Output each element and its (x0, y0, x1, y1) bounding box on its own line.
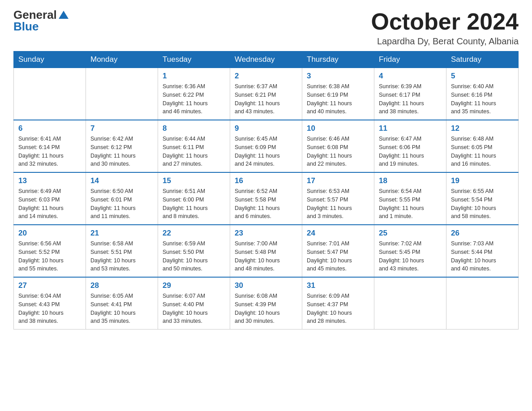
calendar-cell: 28Sunrise: 6:05 AM Sunset: 4:41 PM Dayli… (86, 277, 158, 330)
day-info: Sunrise: 6:39 AM Sunset: 6:17 PM Dayligh… (379, 82, 442, 116)
calendar-cell: 22Sunrise: 6:59 AM Sunset: 5:50 PM Dayli… (158, 225, 230, 277)
calendar-cell (86, 68, 158, 120)
calendar-cell: 5Sunrise: 6:40 AM Sunset: 6:16 PM Daylig… (446, 68, 519, 120)
day-number: 19 (451, 176, 514, 185)
day-number: 8 (163, 124, 225, 133)
day-number: 16 (235, 176, 297, 185)
day-info: Sunrise: 6:46 AM Sunset: 6:08 PM Dayligh… (307, 135, 369, 168)
page-header: General Blue October 2024 Lapardha Dy, B… (13, 9, 519, 47)
day-info: Sunrise: 6:47 AM Sunset: 6:06 PM Dayligh… (379, 135, 442, 168)
calendar-header-row: SundayMondayTuesdayWednesdayThursdayFrid… (14, 51, 519, 68)
calendar-cell: 18Sunrise: 6:54 AM Sunset: 5:55 PM Dayli… (374, 172, 446, 225)
calendar-cell: 14Sunrise: 6:50 AM Sunset: 6:01 PM Dayli… (86, 172, 158, 225)
calendar-cell: 27Sunrise: 6:04 AM Sunset: 4:43 PM Dayli… (14, 277, 86, 330)
calendar-week-row: 6Sunrise: 6:41 AM Sunset: 6:14 PM Daylig… (14, 120, 519, 172)
day-number: 2 (235, 72, 297, 81)
calendar-week-row: 27Sunrise: 6:04 AM Sunset: 4:43 PM Dayli… (14, 277, 519, 330)
title-block: October 2024 Lapardha Dy, Berat County, … (371, 9, 519, 47)
calendar-cell: 12Sunrise: 6:48 AM Sunset: 6:05 PM Dayli… (446, 120, 519, 172)
logo-triangle-icon (59, 11, 69, 19)
day-number: 11 (379, 124, 442, 133)
header-monday: Monday (86, 51, 158, 68)
header-wednesday: Wednesday (230, 51, 302, 68)
calendar-cell: 8Sunrise: 6:44 AM Sunset: 6:11 PM Daylig… (158, 120, 230, 172)
day-number: 6 (18, 124, 81, 133)
day-info: Sunrise: 6:54 AM Sunset: 5:55 PM Dayligh… (379, 187, 442, 221)
day-info: Sunrise: 7:02 AM Sunset: 5:45 PM Dayligh… (379, 240, 442, 273)
calendar-cell: 25Sunrise: 7:02 AM Sunset: 5:45 PM Dayli… (374, 225, 446, 277)
day-number: 14 (90, 176, 153, 185)
calendar-cell: 29Sunrise: 6:07 AM Sunset: 4:40 PM Dayli… (158, 277, 230, 330)
day-number: 24 (307, 229, 369, 238)
calendar-cell: 21Sunrise: 6:58 AM Sunset: 5:51 PM Dayli… (86, 225, 158, 277)
month-title: October 2024 (371, 9, 519, 34)
day-number: 1 (163, 72, 225, 81)
day-info: Sunrise: 6:49 AM Sunset: 6:03 PM Dayligh… (18, 187, 81, 221)
day-number: 9 (235, 124, 297, 133)
day-info: Sunrise: 6:58 AM Sunset: 5:51 PM Dayligh… (90, 240, 153, 273)
calendar-cell (14, 68, 86, 120)
day-number: 4 (379, 72, 442, 81)
day-number: 10 (307, 124, 369, 133)
calendar-table: SundayMondayTuesdayWednesdayThursdayFrid… (13, 51, 519, 330)
calendar-cell: 7Sunrise: 6:42 AM Sunset: 6:12 PM Daylig… (86, 120, 158, 172)
calendar-cell (446, 277, 519, 330)
calendar-cell: 1Sunrise: 6:36 AM Sunset: 6:22 PM Daylig… (158, 68, 230, 120)
header-sunday: Sunday (14, 51, 86, 68)
calendar-cell: 23Sunrise: 7:00 AM Sunset: 5:48 PM Dayli… (230, 225, 302, 277)
day-number: 15 (163, 176, 225, 185)
day-number: 25 (379, 229, 442, 238)
day-info: Sunrise: 6:56 AM Sunset: 5:52 PM Dayligh… (18, 240, 81, 273)
day-number: 29 (163, 281, 225, 290)
day-info: Sunrise: 6:04 AM Sunset: 4:43 PM Dayligh… (18, 292, 81, 325)
calendar-cell: 16Sunrise: 6:52 AM Sunset: 5:58 PM Dayli… (230, 172, 302, 225)
day-info: Sunrise: 6:55 AM Sunset: 5:54 PM Dayligh… (451, 187, 514, 221)
day-number: 17 (307, 176, 369, 185)
day-info: Sunrise: 7:03 AM Sunset: 5:44 PM Dayligh… (451, 240, 514, 273)
day-number: 5 (451, 72, 514, 81)
day-number: 12 (451, 124, 514, 133)
header-friday: Friday (374, 51, 446, 68)
calendar-cell: 17Sunrise: 6:53 AM Sunset: 5:57 PM Dayli… (302, 172, 374, 225)
logo-blue-text: Blue (13, 21, 39, 32)
day-number: 26 (451, 229, 514, 238)
day-info: Sunrise: 6:42 AM Sunset: 6:12 PM Dayligh… (90, 135, 153, 168)
day-info: Sunrise: 6:09 AM Sunset: 4:37 PM Dayligh… (307, 292, 369, 325)
day-info: Sunrise: 6:07 AM Sunset: 4:40 PM Dayligh… (163, 292, 225, 325)
calendar-week-row: 20Sunrise: 6:56 AM Sunset: 5:52 PM Dayli… (14, 225, 519, 277)
day-number: 23 (235, 229, 297, 238)
calendar-cell: 10Sunrise: 6:46 AM Sunset: 6:08 PM Dayli… (302, 120, 374, 172)
calendar-cell: 31Sunrise: 6:09 AM Sunset: 4:37 PM Dayli… (302, 277, 374, 330)
day-number: 3 (307, 72, 369, 81)
calendar-week-row: 13Sunrise: 6:49 AM Sunset: 6:03 PM Dayli… (14, 172, 519, 225)
day-number: 7 (90, 124, 153, 133)
calendar-cell: 20Sunrise: 6:56 AM Sunset: 5:52 PM Dayli… (14, 225, 86, 277)
day-info: Sunrise: 7:01 AM Sunset: 5:47 PM Dayligh… (307, 240, 369, 273)
day-number: 30 (235, 281, 297, 290)
day-number: 13 (18, 176, 81, 185)
header-tuesday: Tuesday (158, 51, 230, 68)
calendar-week-row: 1Sunrise: 6:36 AM Sunset: 6:22 PM Daylig… (14, 68, 519, 120)
logo-general-text: General (13, 9, 57, 21)
day-info: Sunrise: 6:41 AM Sunset: 6:14 PM Dayligh… (18, 135, 81, 168)
day-info: Sunrise: 6:37 AM Sunset: 6:21 PM Dayligh… (235, 82, 297, 116)
logo: General Blue (13, 9, 69, 32)
calendar-cell: 4Sunrise: 6:39 AM Sunset: 6:17 PM Daylig… (374, 68, 446, 120)
day-info: Sunrise: 6:40 AM Sunset: 6:16 PM Dayligh… (451, 82, 514, 116)
calendar-cell: 9Sunrise: 6:45 AM Sunset: 6:09 PM Daylig… (230, 120, 302, 172)
day-number: 20 (18, 229, 81, 238)
day-info: Sunrise: 6:08 AM Sunset: 4:39 PM Dayligh… (235, 292, 297, 325)
day-info: Sunrise: 6:38 AM Sunset: 6:19 PM Dayligh… (307, 82, 369, 116)
calendar-cell: 6Sunrise: 6:41 AM Sunset: 6:14 PM Daylig… (14, 120, 86, 172)
day-info: Sunrise: 6:48 AM Sunset: 6:05 PM Dayligh… (451, 135, 514, 168)
day-number: 22 (163, 229, 225, 238)
location-title: Lapardha Dy, Berat County, Albania (371, 36, 519, 47)
day-info: Sunrise: 6:50 AM Sunset: 6:01 PM Dayligh… (90, 187, 153, 221)
day-number: 27 (18, 281, 81, 290)
calendar-cell: 2Sunrise: 6:37 AM Sunset: 6:21 PM Daylig… (230, 68, 302, 120)
day-info: Sunrise: 6:59 AM Sunset: 5:50 PM Dayligh… (163, 240, 225, 273)
day-info: Sunrise: 6:36 AM Sunset: 6:22 PM Dayligh… (163, 82, 225, 116)
day-number: 31 (307, 281, 369, 290)
day-info: Sunrise: 6:44 AM Sunset: 6:11 PM Dayligh… (163, 135, 225, 168)
calendar-cell: 3Sunrise: 6:38 AM Sunset: 6:19 PM Daylig… (302, 68, 374, 120)
